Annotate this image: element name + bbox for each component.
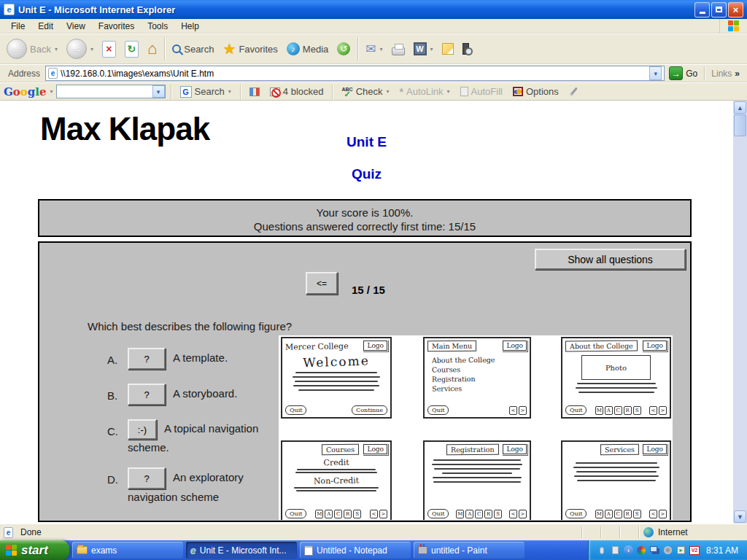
quiz-panel: Show all questions <= 15 / 15 Which best… — [38, 241, 692, 522]
panel-title: About the College — [565, 341, 638, 352]
address-label: Address — [3, 69, 45, 79]
network-icon[interactable] — [650, 545, 659, 555]
show-all-questions-button[interactable]: Show all questions — [535, 249, 686, 270]
options-button[interactable]: Options — [509, 85, 562, 98]
nav-key-sketch: C — [614, 510, 622, 518]
language-bar-icon[interactable] — [611, 545, 620, 555]
previous-question-button[interactable]: <= — [306, 272, 338, 295]
autolink-dropdown-icon[interactable]: ▾ — [447, 88, 450, 95]
menu-edit[interactable]: Edit — [31, 20, 60, 33]
spellcheck-dropdown-icon[interactable]: ▾ — [387, 88, 390, 95]
answer-button-b[interactable]: ? — [128, 384, 166, 405]
media-icon: ♪ — [287, 42, 300, 55]
title-bar: e Unit E - Microsoft Internet Explorer × — [0, 0, 747, 19]
scrollbar-thumb[interactable] — [734, 114, 746, 136]
back-dropdown-icon[interactable]: ▾ — [55, 46, 58, 52]
menu-list-item: Services — [432, 383, 527, 393]
refresh-button[interactable]: ↻ — [121, 39, 142, 59]
menu-tools[interactable]: Tools — [141, 20, 174, 33]
volume-icon[interactable] — [663, 545, 673, 555]
autolink-button[interactable]: * AutoLink ▾ — [396, 85, 454, 99]
score-box: Your score is 100%. Questions answered c… — [38, 199, 692, 237]
spellcheck-button[interactable]: ABC✓ Check ▾ — [338, 85, 392, 98]
google-search-dropdown-icon[interactable]: ▾ — [152, 85, 165, 98]
back-button[interactable]: ← Back ▾ — [3, 37, 61, 61]
mail-dropdown-icon[interactable]: ▾ — [380, 46, 383, 52]
nav-key-sketch: A — [465, 510, 473, 518]
print-icon — [392, 47, 405, 55]
nav-key-sketch: M — [595, 406, 603, 415]
google-logo[interactable]: Google — [4, 85, 47, 98]
forward-dropdown-icon[interactable]: ▾ — [90, 46, 93, 52]
answer-button-a[interactable]: ? — [128, 348, 166, 370]
answer-button-d[interactable]: ? — [128, 467, 166, 489]
answer-button-c[interactable]: :-) — [128, 419, 157, 440]
google-logo-dropdown-icon[interactable]: ▾ — [50, 88, 53, 95]
forward-button[interactable]: → ▾ — [63, 37, 97, 61]
toolbar-separator — [704, 66, 705, 81]
home-button[interactable]: ⌂ — [144, 40, 160, 58]
history-button[interactable]: ↺ — [333, 41, 354, 57]
pagerank-button[interactable] — [246, 86, 263, 98]
menu-list-item: Registration — [432, 373, 527, 384]
minimize-icon — [700, 12, 705, 14]
research-button[interactable] — [459, 42, 473, 56]
edit-with-word-button[interactable]: W ▾ — [410, 41, 437, 57]
taskbar-item-exams[interactable]: exams — [72, 542, 183, 559]
highlighter-icon — [570, 88, 578, 96]
start-button[interactable]: start — [0, 540, 69, 560]
google-search-button-dropdown-icon[interactable]: ▾ — [228, 88, 231, 95]
media-button[interactable]: ♪ Media — [283, 41, 332, 57]
logo-placeholder: Logo — [643, 341, 667, 351]
autofill-button[interactable]: AutoFill — [457, 85, 506, 98]
menu-view[interactable]: View — [60, 20, 92, 33]
mail-button[interactable]: ✉ ▾ — [362, 40, 386, 58]
taskbar-item-paint[interactable]: untitled - Paint — [414, 542, 525, 559]
browser-viewport: Max Klapak Unit E Quiz Your score is 100… — [0, 101, 733, 524]
nav-key-sketch: S — [633, 510, 641, 518]
panel-heading: Welcome — [285, 353, 388, 371]
media-player-icon[interactable]: ▸ — [676, 545, 686, 555]
scroll-up-button[interactable]: ▲ — [734, 101, 746, 114]
edit-dropdown-icon[interactable]: ▾ — [430, 46, 433, 52]
menu-help[interactable]: Help — [174, 20, 206, 33]
question-progress: 15 / 15 — [352, 284, 385, 296]
notes-button[interactable] — [438, 42, 457, 56]
java-icon[interactable] — [637, 545, 646, 555]
close-button[interactable]: × — [728, 2, 743, 18]
quit-button-sketch: Quit — [565, 509, 587, 518]
restore-button[interactable] — [711, 2, 727, 18]
minimize-button[interactable] — [694, 2, 710, 18]
microphone-icon[interactable] — [597, 545, 607, 555]
address-dropdown-icon[interactable]: ▾ — [649, 66, 662, 80]
chevron-icon: » — [735, 69, 740, 79]
panel-title: Courses — [322, 444, 359, 455]
taskbar-item-notepad[interactable]: Untitled - Notepad — [300, 542, 411, 559]
stop-button[interactable]: × — [98, 39, 120, 59]
popup-blocker-button[interactable]: 4 blocked — [266, 85, 328, 98]
print-button[interactable] — [388, 42, 409, 57]
question-text: Which best describes the following figur… — [88, 320, 292, 332]
go-button[interactable]: → Go — [665, 66, 702, 80]
scroll-down-button[interactable]: ▼ — [734, 510, 746, 523]
address-input[interactable]: e \\192.168.0.1\images\exams\Unit E.htm … — [45, 66, 665, 81]
search-button[interactable]: Search — [169, 42, 217, 56]
refresh-icon: ↻ — [125, 41, 139, 58]
viavoice-icon[interactable]: V2 — [689, 546, 700, 555]
favorites-button[interactable]: ★ Favorites — [219, 39, 281, 59]
nav-key-sketch: R — [484, 510, 492, 518]
quit-button-sketch: Quit — [285, 405, 306, 415]
nav-key-sketch: R — [344, 510, 352, 518]
vertical-scrollbar[interactable]: ▲ ▼ — [733, 101, 747, 524]
links-button[interactable]: Links » — [707, 69, 744, 79]
nav-key-sketch: M — [456, 510, 464, 518]
quit-button-sketch: Quit — [565, 405, 587, 415]
highlighter-button[interactable] — [565, 85, 582, 98]
google-search-input[interactable]: ▾ — [56, 85, 166, 98]
collapse-tray-button[interactable]: ‹ — [624, 545, 633, 555]
menu-file[interactable]: File — [4, 20, 31, 33]
toolbar-separator — [357, 37, 358, 61]
taskbar-item-ie[interactable]: e Unit E - Microsoft Int... — [186, 542, 297, 559]
menu-favorites[interactable]: Favorites — [92, 20, 141, 33]
google-search-button[interactable]: G Search ▾ — [177, 85, 235, 99]
